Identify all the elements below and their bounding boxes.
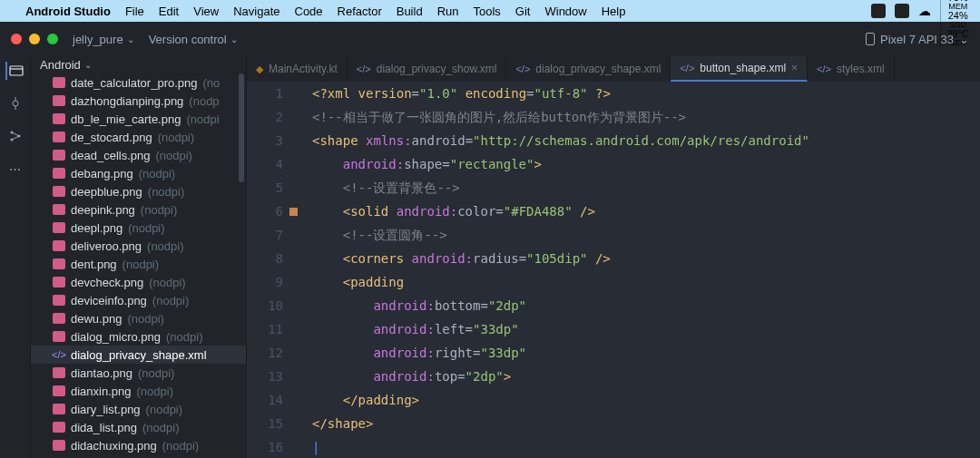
macos-menu-item[interactable]: View [193, 5, 219, 18]
project-tool-button[interactable] [5, 62, 24, 80]
file-qualifier: (nodpi) [127, 312, 163, 326]
file-row[interactable]: dewu.png (nodpi) [31, 309, 246, 327]
editor-tab[interactable]: </>styles.xml [808, 56, 895, 82]
macos-menu-item[interactable]: Window [544, 5, 586, 18]
close-icon[interactable]: × [791, 62, 798, 74]
editor-tab[interactable]: ◆MainActivity.kt [247, 56, 348, 82]
gutter-mark-icon[interactable] [289, 208, 298, 216]
tab-label: dialog_privacy_show.xml [377, 63, 497, 75]
file-row[interactable]: deepblue.png (nodpi) [31, 182, 246, 200]
file-qualifier: (nodpi) [139, 167, 175, 180]
file-row[interactable]: dialog_micro.png (nodpi) [31, 327, 246, 346]
file-row[interactable]: devcheck.png (nodpi) [31, 273, 246, 291]
close-icon[interactable] [11, 34, 22, 44]
code-line[interactable]: <solid android:color="#FDA488" /> [312, 200, 980, 223]
file-row[interactable]: diary_list.png (nodpi) [31, 400, 246, 418]
scrollbar[interactable] [239, 73, 244, 182]
file-qualifier: (nodpi) [142, 421, 179, 434]
code-editor[interactable]: 12345678910111213141516 <?xml version="1… [247, 82, 980, 458]
file-row[interactable]: de_stocard.png (nodpi) [31, 128, 246, 146]
image-icon [53, 132, 65, 142]
line-number: 5 [247, 176, 283, 200]
structure-tool-button[interactable] [6, 127, 24, 145]
file-qualifier: (nodpi) [138, 366, 174, 380]
code-line[interactable]: android:left="33dp" [312, 317, 980, 341]
tray-icon[interactable] [895, 4, 909, 18]
file-row[interactable]: dida_list.png (nodpi) [31, 418, 246, 436]
macos-menu-item[interactable]: Run [437, 5, 459, 18]
editor-tab[interactable]: </>button_shape.xml× [671, 56, 808, 82]
macos-menu-item[interactable]: Build [397, 5, 423, 18]
macos-menu-item[interactable]: File [125, 5, 144, 18]
code-line[interactable]: <!--相当于做了一张圆角的图片,然后给button作为背景图片--> [312, 105, 980, 129]
macos-menu-item[interactable]: Tools [474, 5, 501, 18]
project-dropdown[interactable]: jelly_pure ⌄ [73, 33, 134, 46]
app-name[interactable]: Android Studio [25, 5, 111, 18]
line-number: 10 [247, 294, 283, 317]
code-line[interactable]: <!--设置背景色--> [312, 176, 980, 200]
macos-menu-item[interactable]: Navigate [233, 5, 279, 18]
line-number: 12 [247, 341, 283, 365]
macos-menu-item[interactable]: Code [295, 5, 323, 18]
file-name: dazhongdianping.png [71, 94, 183, 108]
code-content[interactable]: <?xml version="1.0" encoding="utf-8" ?><… [312, 82, 980, 458]
phone-icon [866, 33, 875, 45]
file-tree[interactable]: date_calculator_pro.png (nodazhongdianpi… [31, 73, 246, 458]
file-row[interactable]: deliveroo.png (nodpi) [31, 237, 246, 255]
line-number: 16 [247, 435, 283, 458]
xml-icon: </> [680, 63, 694, 73]
code-line[interactable]: android:bottom="2dp" [312, 294, 980, 317]
code-line[interactable]: <padding [312, 270, 980, 294]
macos-menu-item[interactable]: Git [515, 5, 531, 18]
image-icon [53, 277, 65, 287]
code-line[interactable]: | [312, 435, 980, 458]
code-line[interactable]: </shape> [312, 412, 980, 435]
file-row[interactable]: deepl.png (nodpi) [31, 219, 246, 237]
file-row[interactable]: deepink.png (nodpi) [31, 200, 246, 219]
file-name: diantao.png [71, 366, 132, 380]
file-row[interactable]: dianxin.png (nodpi) [31, 382, 246, 400]
device-selector[interactable]: Pixel 7 API 33 ⌄ [866, 33, 969, 46]
file-row[interactable]: db_le_mie_carte.png (nodpi [31, 110, 246, 128]
file-row[interactable]: diantao.png (nodpi) [31, 364, 246, 382]
image-icon [53, 240, 65, 251]
code-line[interactable]: <!--设置圆角--> [312, 223, 980, 247]
file-qualifier: (nodpi) [141, 203, 177, 217]
more-tool-button[interactable]: ⋯ [6, 160, 24, 178]
commit-tool-button[interactable] [6, 94, 24, 112]
editor-tab[interactable]: </>dialog_privacy_show.xml [348, 56, 507, 82]
macos-menu-item[interactable]: Refactor [338, 5, 382, 18]
code-line[interactable]: android:shape="rectangle"> [312, 152, 980, 176]
code-line[interactable]: </padding> [312, 388, 980, 412]
code-line[interactable]: android:top="2dp"> [312, 365, 980, 388]
file-row[interactable]: dent.png (nodpi) [31, 255, 246, 273]
file-row[interactable]: dead_cells.png (nodpi) [31, 146, 246, 164]
image-icon [53, 150, 65, 161]
project-scope-dropdown[interactable]: Android ⌄ [31, 56, 246, 73]
file-row[interactable]: date_calculator_pro.png (no [31, 73, 246, 92]
minimize-icon[interactable] [29, 34, 40, 44]
tray-icon[interactable] [871, 4, 886, 18]
code-line[interactable]: android:right="33dp" [312, 341, 980, 365]
code-line[interactable]: <?xml version="1.0" encoding="utf-8" ?> [312, 82, 980, 105]
vcs-label: Version control [149, 33, 227, 46]
image-icon [53, 422, 65, 433]
macos-menubar: Android Studio FileEditViewNavigateCodeR… [0, 0, 980, 22]
tray-icon[interactable]: ☁ [918, 4, 931, 18]
file-row[interactable]: debang.png (nodpi) [31, 164, 246, 182]
macos-menu-item[interactable]: Edit [159, 5, 179, 18]
maximize-icon[interactable] [47, 34, 58, 44]
file-row[interactable]: didachuxing.png (nodpi) [31, 436, 246, 454]
image-icon [53, 313, 65, 324]
file-row[interactable]: </>dialog_privacy_shape.xml [31, 346, 246, 364]
image-icon [53, 222, 65, 233]
macos-menu-item[interactable]: Help [602, 5, 626, 18]
file-row[interactable]: dazhongdianping.png (nodp [31, 92, 246, 110]
file-name: didachuxing.png [71, 439, 157, 453]
editor-tab[interactable]: </>dialog_privacy_shape.xml [506, 56, 671, 82]
code-line[interactable]: <shape xmlns:android="http://schemas.and… [312, 129, 980, 152]
code-line[interactable]: <corners android:radius="105dip" /> [312, 247, 980, 270]
line-number: 15 [247, 412, 283, 435]
file-row[interactable]: deviceinfo.png (nodpi) [31, 291, 246, 309]
vcs-dropdown[interactable]: Version control ⌄ [149, 33, 238, 46]
